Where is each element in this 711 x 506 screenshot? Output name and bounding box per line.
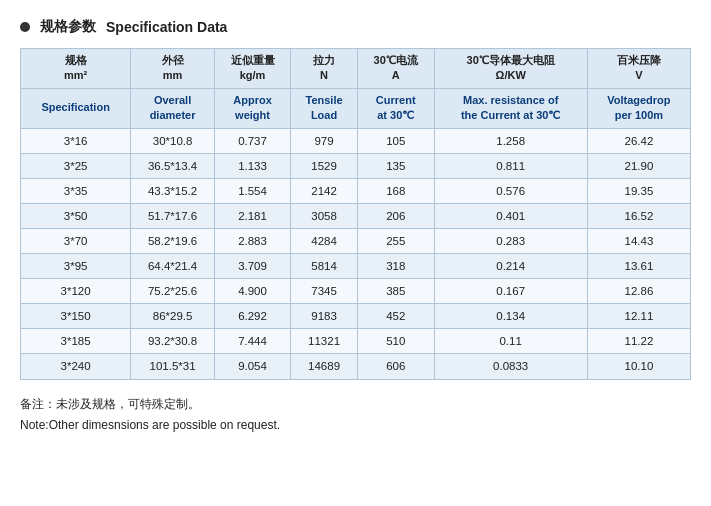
table-cell: 135 [357, 153, 434, 178]
spec-table: 规格 mm² 外径 mm 近似重量 kg/m 拉力 N 30℃电流 A 30℃导… [20, 48, 691, 380]
table-cell: 5814 [291, 254, 358, 279]
table-cell: 36.5*13.4 [131, 153, 215, 178]
col-current-en: Currentat 30℃ [357, 88, 434, 128]
table-row: 3*3543.3*15.21.55421421680.57619.35 [21, 178, 691, 203]
table-cell: 12.86 [587, 279, 690, 304]
table-cell: 3*50 [21, 203, 131, 228]
bullet-icon [20, 22, 30, 32]
col-voltage-en: Voltagedropper 100m [587, 88, 690, 128]
table-cell: 0.401 [434, 203, 587, 228]
table-cell: 12.11 [587, 304, 690, 329]
table-cell: 1.554 [214, 178, 290, 203]
table-cell: 0.11 [434, 329, 587, 354]
table-cell: 3*185 [21, 329, 131, 354]
table-cell: 7345 [291, 279, 358, 304]
table-cell: 86*29.5 [131, 304, 215, 329]
table-cell: 3*95 [21, 254, 131, 279]
table-cell: 9183 [291, 304, 358, 329]
table-cell: 0.811 [434, 153, 587, 178]
table-cell: 105 [357, 128, 434, 153]
table-cell: 3*25 [21, 153, 131, 178]
table-cell: 11.22 [587, 329, 690, 354]
table-cell: 3.709 [214, 254, 290, 279]
table-cell: 1529 [291, 153, 358, 178]
table-cell: 3*150 [21, 304, 131, 329]
col-current-zh: 30℃电流 A [357, 49, 434, 89]
table-cell: 19.35 [587, 178, 690, 203]
section-title: 规格参数 Specification Data [20, 18, 691, 36]
notes-section: 备注：未涉及规格，可特殊定制。 Note:Other dimesnsions a… [20, 394, 691, 437]
table-cell: 14689 [291, 354, 358, 379]
table-row: 3*9564.4*21.43.70958143180.21413.61 [21, 254, 691, 279]
table-cell: 255 [357, 228, 434, 253]
table-header-row-2: Specification Overalldiameter Approxweig… [21, 88, 691, 128]
table-row: 3*1630*10.80.7379791051.25826.42 [21, 128, 691, 153]
table-cell: 0.0833 [434, 354, 587, 379]
table-cell: 10.10 [587, 354, 690, 379]
table-cell: 3058 [291, 203, 358, 228]
table-row: 3*18593.2*30.87.444113215100.1111.22 [21, 329, 691, 354]
col-weight-en: Approxweight [214, 88, 290, 128]
table-cell: 385 [357, 279, 434, 304]
table-cell: 0.134 [434, 304, 587, 329]
col-voltage-zh: 百米压降 V [587, 49, 690, 89]
table-row: 3*5051.7*17.62.18130582060.40116.52 [21, 203, 691, 228]
table-cell: 30*10.8 [131, 128, 215, 153]
table-cell: 6.292 [214, 304, 290, 329]
table-cell: 16.52 [587, 203, 690, 228]
table-cell: 452 [357, 304, 434, 329]
table-cell: 14.43 [587, 228, 690, 253]
table-cell: 7.444 [214, 329, 290, 354]
table-cell: 0.214 [434, 254, 587, 279]
table-cell: 26.42 [587, 128, 690, 153]
table-cell: 2.883 [214, 228, 290, 253]
table-row: 3*7058.2*19.62.88342842550.28314.43 [21, 228, 691, 253]
table-cell: 43.3*15.2 [131, 178, 215, 203]
col-spec-en: Specification [21, 88, 131, 128]
table-cell: 21.90 [587, 153, 690, 178]
col-weight-zh: 近似重量 kg/m [214, 49, 290, 89]
table-header-row-1: 规格 mm² 外径 mm 近似重量 kg/m 拉力 N 30℃电流 A 30℃导… [21, 49, 691, 89]
table-cell: 0.283 [434, 228, 587, 253]
table-cell: 318 [357, 254, 434, 279]
table-cell: 606 [357, 354, 434, 379]
col-resistance-en: Max. resistance ofthe Current at 30℃ [434, 88, 587, 128]
table-cell: 93.2*30.8 [131, 329, 215, 354]
table-cell: 4284 [291, 228, 358, 253]
note-zh: 备注：未涉及规格，可特殊定制。 [20, 394, 691, 416]
table-cell: 979 [291, 128, 358, 153]
table-cell: 3*240 [21, 354, 131, 379]
col-tensile-zh: 拉力 N [291, 49, 358, 89]
title-en: Specification Data [106, 19, 227, 35]
col-spec-zh: 规格 mm² [21, 49, 131, 89]
table-row: 3*12075.2*25.64.90073453850.16712.86 [21, 279, 691, 304]
table-cell: 0.576 [434, 178, 587, 203]
table-cell: 3*35 [21, 178, 131, 203]
table-cell: 3*16 [21, 128, 131, 153]
table-cell: 0.737 [214, 128, 290, 153]
title-zh: 规格参数 [40, 18, 96, 36]
col-resistance-zh: 30℃导体最大电阻 Ω/KW [434, 49, 587, 89]
table-cell: 3*120 [21, 279, 131, 304]
table-cell: 1.133 [214, 153, 290, 178]
table-cell: 58.2*19.6 [131, 228, 215, 253]
table-cell: 510 [357, 329, 434, 354]
table-body: 3*1630*10.80.7379791051.25826.423*2536.5… [21, 128, 691, 379]
table-cell: 0.167 [434, 279, 587, 304]
table-cell: 4.900 [214, 279, 290, 304]
table-cell: 13.61 [587, 254, 690, 279]
table-cell: 168 [357, 178, 434, 203]
col-diameter-zh: 外径 mm [131, 49, 215, 89]
table-cell: 3*70 [21, 228, 131, 253]
table-row: 3*15086*29.56.29291834520.13412.11 [21, 304, 691, 329]
table-cell: 1.258 [434, 128, 587, 153]
table-cell: 51.7*17.6 [131, 203, 215, 228]
col-diameter-en: Overalldiameter [131, 88, 215, 128]
table-row: 3*240101.5*319.054146896060.083310.10 [21, 354, 691, 379]
table-cell: 101.5*31 [131, 354, 215, 379]
table-cell: 11321 [291, 329, 358, 354]
col-tensile-en: TensileLoad [291, 88, 358, 128]
table-cell: 64.4*21.4 [131, 254, 215, 279]
table-cell: 75.2*25.6 [131, 279, 215, 304]
table-cell: 9.054 [214, 354, 290, 379]
